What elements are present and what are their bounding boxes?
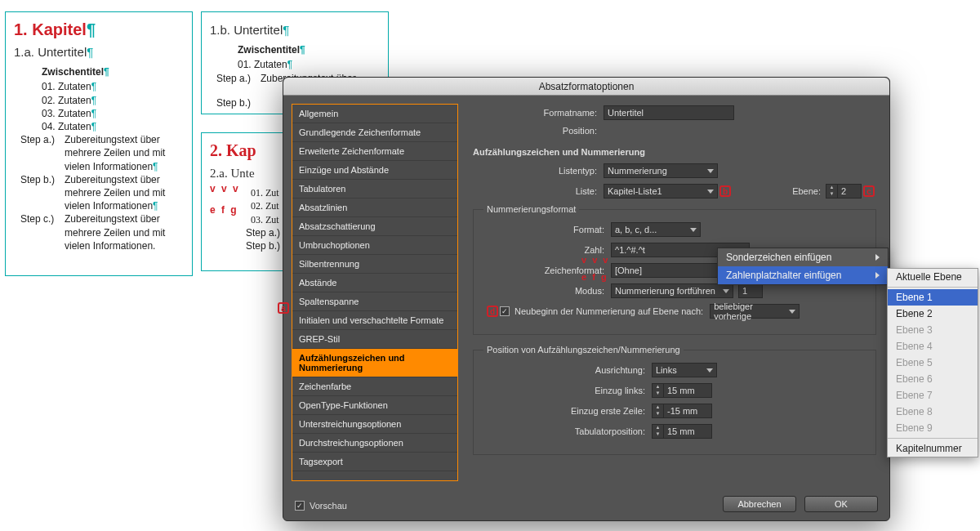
annotation-vvv: v v v <box>581 255 609 265</box>
category-item[interactable]: Abstände <box>292 274 457 292</box>
step-item: Step b.)Zubereitungstext über mehrere Ze… <box>20 173 184 213</box>
ok-button[interactable]: OK <box>804 496 878 512</box>
numbering-format-legend: Nummerierungsformat <box>483 204 579 214</box>
category-item[interactable]: Zeichenfarbe <box>292 377 457 396</box>
category-list[interactable]: AllgemeinGrundlegende ZeichenformateErwe… <box>292 104 458 481</box>
format-label: Format: <box>480 225 611 234</box>
vorschau-checkbox[interactable]: ✓Vorschau <box>295 501 347 511</box>
annotation-efg: e f g <box>210 203 238 216</box>
chapter-heading: 1. Kapitel¶ <box>14 19 184 41</box>
menu-item: Ebene 6 <box>888 371 978 387</box>
neubeginn-select[interactable]: beliebiger vorherige <box>710 304 800 319</box>
formatname-label: Formatname: <box>473 108 604 118</box>
category-item[interactable]: OpenType-Funktionen <box>292 396 457 415</box>
ausrichtung-select[interactable]: Links <box>652 363 717 377</box>
cancel-button[interactable]: Abbrechen <box>723 496 796 512</box>
einzug-links-label: Einzug links: <box>480 386 652 395</box>
subtitle: 1.b. Untertitel¶ <box>210 22 380 38</box>
list-item: 04. Zutaten¶ <box>42 120 184 133</box>
context-menu-primary: Sonderzeichen einfügenZahlenplatzhalter … <box>717 248 889 285</box>
dialog-title: Absatzformatoptionen <box>283 78 889 96</box>
chevron-down-icon <box>789 310 795 314</box>
chevron-down-icon <box>707 169 714 173</box>
annotation-d: d <box>487 306 498 317</box>
menu-item: Ebene 7 <box>888 387 978 404</box>
position-group: Position von Aufzählungszeichen/Nummerie… <box>473 345 876 455</box>
subtitle: 1.a. Untertitel¶ <box>14 44 184 60</box>
menu-item[interactable]: Zahlenplatzhalter einfügen <box>718 266 888 284</box>
section-heading: Zwischentitel¶ <box>42 65 184 78</box>
list-item: 01. Zutaten¶ <box>238 58 380 71</box>
category-item[interactable]: Grundlegende Zeichenformate <box>292 123 457 142</box>
liste-label: Liste: <box>473 186 604 196</box>
step-item: Step a.)Zubereitungstext über mehrere Ze… <box>20 133 184 173</box>
listentyp-label: Listentyp: <box>473 166 604 176</box>
menu-item: Ebene 4 <box>888 338 978 355</box>
doc-page-1: 1. Kapitel¶ 1.a. Untertitel¶ Zwischentit… <box>5 11 193 276</box>
category-item[interactable]: Spaltenspanne <box>292 292 457 311</box>
einzug-erste-spinner[interactable]: ▲▼ <box>652 404 712 418</box>
category-item[interactable]: Unterstreichungsoptionen <box>292 415 457 434</box>
menu-item: Ebene 3 <box>888 322 978 338</box>
ebene-label: Ebene: <box>792 186 821 196</box>
menu-item: Ebene 8 <box>888 404 978 420</box>
category-item[interactable]: Allgemein <box>292 105 457 123</box>
zahl-label: Zahl: <box>480 245 611 255</box>
category-item[interactable]: Umbruchoptionen <box>292 236 457 255</box>
listentyp-select[interactable]: Nummerierung <box>604 163 718 178</box>
ausrichtung-label: Ausrichtung: <box>480 365 652 375</box>
modus-label: Modus: <box>480 286 611 296</box>
menu-item: Ebene 5 <box>888 355 978 371</box>
section-title: Aufzählungszeichen und Nummerierung <box>473 147 876 157</box>
category-item[interactable]: Absatzschattierung <box>292 217 457 236</box>
category-item[interactable]: Erweiterte Zeichenformate <box>292 142 457 161</box>
annotation-efg: e f g <box>581 272 608 282</box>
einzug-erste-label: Einzug erste Zeile: <box>480 406 652 416</box>
step-item: Step c.)Zubereitungstext über mehrere Ze… <box>20 212 184 252</box>
menu-item[interactable]: Kapitelnummer <box>888 440 978 457</box>
category-item[interactable]: Initialen und verschachtelte Formate <box>292 311 457 330</box>
category-item[interactable]: Einzüge und Abstände <box>292 161 457 180</box>
section-heading: Zwischentitel¶ <box>238 43 380 56</box>
list-item: 03. Zutaten¶ <box>42 107 184 120</box>
chevron-down-icon <box>690 228 697 232</box>
annotation-c: c <box>863 185 875 197</box>
category-item[interactable]: Silbentrennung <box>292 255 457 274</box>
menu-item[interactable]: Ebene 1 <box>888 289 978 306</box>
category-item[interactable]: Tagsexport <box>292 453 457 471</box>
context-menu-secondary: Aktuelle EbeneEbene 1Ebene 2Ebene 3Ebene… <box>887 268 978 457</box>
chevron-down-icon <box>723 289 729 293</box>
annotation-a: a <box>278 302 289 314</box>
position-legend: Position von Aufzählungszeichen/Nummerie… <box>483 345 684 355</box>
paragraph-style-options-dialog: Absatzformatoptionen AllgemeinGrundlegen… <box>283 77 890 521</box>
neubeginn-label: Neubeginn der Nummerierung auf Ebene nac… <box>514 306 703 316</box>
position-label: Position: <box>473 126 604 136</box>
dialog-form: Formatname: Position: Aufzählungszeichen… <box>468 104 881 481</box>
chevron-down-icon <box>707 190 714 194</box>
category-item[interactable]: Durchstreichungsoptionen <box>292 434 457 453</box>
ebene-spinner[interactable]: ▲▼ <box>826 184 862 199</box>
menu-item[interactable]: Ebene 2 <box>888 306 978 322</box>
tabpos-label: Tabulatorposition: <box>480 426 652 436</box>
einzug-links-spinner[interactable]: ▲▼ <box>652 383 712 398</box>
menu-item: Ebene 9 <box>888 420 978 436</box>
neubeginn-checkbox[interactable]: ✓ <box>500 306 510 316</box>
formatname-input[interactable] <box>604 105 734 120</box>
category-item[interactable]: Aufzählungszeichen und Nummerierung <box>292 349 457 377</box>
list-item: 02. Zutaten¶ <box>42 94 184 107</box>
modus-select[interactable]: Nummerierung fortführen <box>611 283 733 298</box>
annotation-b: b <box>719 185 731 197</box>
category-item[interactable]: GREP-Stil <box>292 330 457 349</box>
chevron-down-icon <box>706 368 713 373</box>
category-item[interactable]: Absatzlinien <box>292 199 457 217</box>
liste-select[interactable]: Kapitel-Liste1 <box>604 184 718 199</box>
list-item: 01. Zutaten¶ <box>42 80 184 93</box>
annotation-vvv: v v v <box>210 182 240 195</box>
tabpos-spinner[interactable]: ▲▼ <box>652 424 712 439</box>
format-select[interactable]: a, b, c, d... <box>611 222 701 237</box>
category-item[interactable]: Tabulatoren <box>292 180 457 199</box>
menu-item[interactable]: Aktuelle Ebene <box>888 269 978 285</box>
modus-num-input[interactable] <box>738 283 763 298</box>
menu-item[interactable]: Sonderzeichen einfügen <box>718 248 888 266</box>
